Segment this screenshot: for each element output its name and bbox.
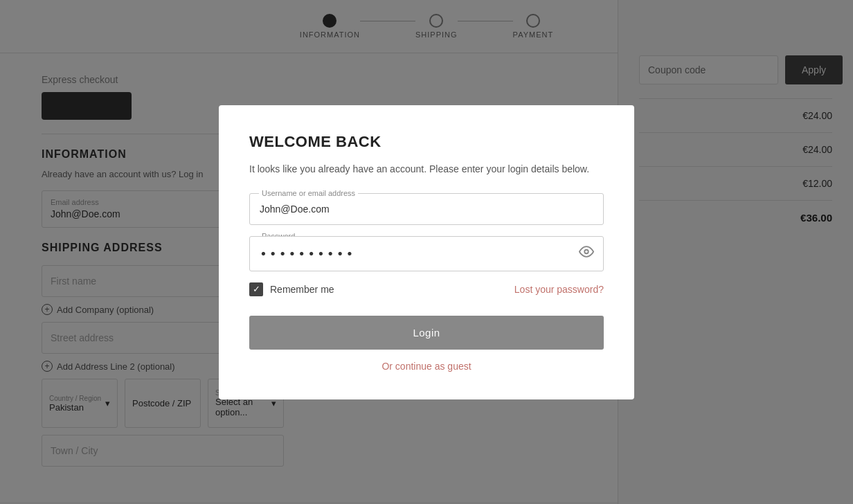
modal-title: WELCOME BACK (249, 133, 604, 151)
modal-description: It looks like you already have an accoun… (249, 162, 604, 177)
username-input-group: Username or email address (249, 193, 604, 225)
remember-left: ✓ Remember me (249, 282, 334, 296)
login-button[interactable]: Login (249, 316, 604, 350)
modal-overlay: WELCOME BACK It looks like you already h… (0, 0, 853, 504)
login-modal: WELCOME BACK It looks like you already h… (219, 105, 634, 399)
remember-me-checkbox[interactable]: ✓ (249, 282, 263, 296)
remember-row: ✓ Remember me Lost your password? (249, 282, 604, 296)
continue-as-guest-link[interactable]: Or continue as guest (249, 361, 604, 372)
eye-icon[interactable] (579, 244, 594, 263)
username-label: Username or email address (259, 189, 358, 197)
password-wrapper (249, 236, 604, 271)
svg-point-0 (584, 250, 589, 254)
password-input[interactable] (249, 236, 604, 271)
lost-password-link[interactable]: Lost your password? (514, 284, 604, 295)
password-input-group: Password (249, 236, 604, 271)
username-input[interactable] (249, 193, 604, 225)
checkmark-icon: ✓ (253, 284, 260, 294)
remember-me-label: Remember me (270, 284, 334, 295)
